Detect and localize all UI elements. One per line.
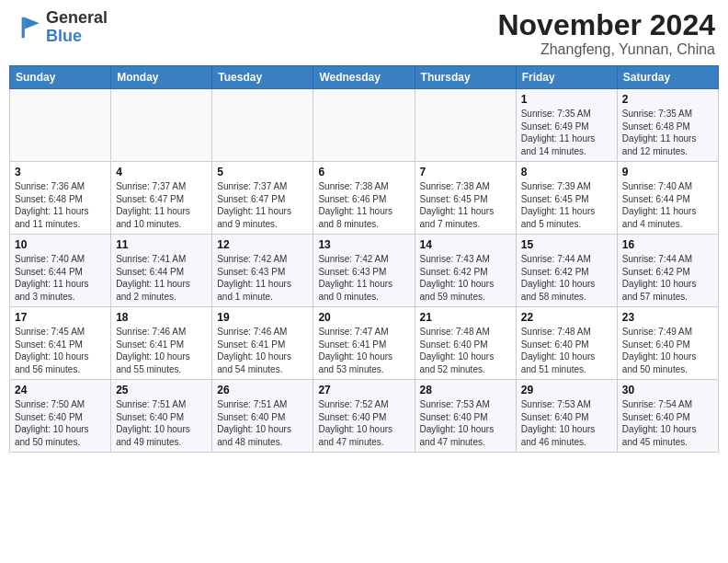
- calendar-week-row: 24Sunrise: 7:50 AM Sunset: 6:40 PM Dayli…: [10, 380, 719, 453]
- calendar-cell: 28Sunrise: 7:53 AM Sunset: 6:40 PM Dayli…: [415, 380, 516, 453]
- day-detail: Sunrise: 7:36 AM Sunset: 6:48 PM Dayligh…: [15, 180, 106, 230]
- logo-blue: Blue: [46, 28, 108, 46]
- day-header-tuesday: Tuesday: [212, 66, 313, 89]
- calendar-cell: 9Sunrise: 7:40 AM Sunset: 6:44 PM Daylig…: [617, 162, 718, 235]
- day-number: 19: [217, 311, 308, 324]
- day-detail: Sunrise: 7:48 AM Sunset: 6:40 PM Dayligh…: [420, 326, 511, 375]
- calendar-cell: 6Sunrise: 7:38 AM Sunset: 6:46 PM Daylig…: [313, 162, 415, 235]
- calendar-cell: 2Sunrise: 7:35 AM Sunset: 6:48 PM Daylig…: [617, 89, 718, 162]
- calendar-cell: 3Sunrise: 7:36 AM Sunset: 6:48 PM Daylig…: [10, 162, 111, 235]
- day-header-sunday: Sunday: [10, 66, 111, 89]
- svg-marker-0: [25, 17, 40, 29]
- day-detail: Sunrise: 7:53 AM Sunset: 6:40 PM Dayligh…: [521, 398, 612, 448]
- day-header-thursday: Thursday: [415, 66, 516, 89]
- day-detail: Sunrise: 7:49 AM Sunset: 6:40 PM Dayligh…: [622, 326, 713, 375]
- svg-rect-1: [22, 17, 25, 38]
- day-number: 16: [622, 238, 713, 251]
- day-number: 27: [318, 384, 409, 396]
- day-detail: Sunrise: 7:43 AM Sunset: 6:42 PM Dayligh…: [420, 253, 511, 303]
- calendar-cell: 14Sunrise: 7:43 AM Sunset: 6:42 PM Dayli…: [415, 235, 516, 307]
- day-detail: Sunrise: 7:51 AM Sunset: 6:40 PM Dayligh…: [217, 398, 308, 448]
- calendar-week-row: 1Sunrise: 7:35 AM Sunset: 6:49 PM Daylig…: [10, 89, 719, 162]
- day-detail: Sunrise: 7:39 AM Sunset: 6:45 PM Dayligh…: [521, 180, 612, 230]
- day-detail: Sunrise: 7:45 AM Sunset: 6:41 PM Dayligh…: [15, 326, 106, 375]
- day-number: 26: [217, 384, 308, 396]
- logo-general: General: [46, 9, 108, 28]
- calendar-cell: 4Sunrise: 7:37 AM Sunset: 6:47 PM Daylig…: [111, 162, 212, 235]
- day-number: 11: [116, 238, 207, 251]
- day-header-friday: Friday: [516, 66, 617, 89]
- calendar-cell: 30Sunrise: 7:54 AM Sunset: 6:40 PM Dayli…: [617, 380, 718, 453]
- calendar-cell: 12Sunrise: 7:42 AM Sunset: 6:43 PM Dayli…: [212, 235, 313, 307]
- day-number: 3: [15, 166, 106, 178]
- day-number: 13: [318, 238, 409, 251]
- calendar-cell: [212, 89, 313, 162]
- calendar-week-row: 17Sunrise: 7:45 AM Sunset: 6:41 PM Dayli…: [10, 307, 719, 380]
- month-title: November 2024: [497, 9, 715, 41]
- day-header-saturday: Saturday: [617, 66, 718, 89]
- day-number: 8: [521, 166, 612, 178]
- day-detail: Sunrise: 7:53 AM Sunset: 6:40 PM Dayligh…: [420, 398, 511, 448]
- day-number: 17: [15, 311, 106, 324]
- calendar-cell: [415, 89, 516, 162]
- day-detail: Sunrise: 7:46 AM Sunset: 6:41 PM Dayligh…: [217, 326, 308, 375]
- location: Zhangfeng, Yunnan, China: [497, 41, 715, 58]
- day-detail: Sunrise: 7:44 AM Sunset: 6:42 PM Dayligh…: [622, 253, 713, 303]
- day-number: 12: [217, 238, 308, 251]
- day-number: 10: [15, 238, 106, 251]
- calendar-cell: 8Sunrise: 7:39 AM Sunset: 6:45 PM Daylig…: [516, 162, 617, 235]
- day-detail: Sunrise: 7:51 AM Sunset: 6:40 PM Dayligh…: [116, 398, 207, 448]
- day-number: 25: [116, 384, 207, 396]
- calendar-cell: 1Sunrise: 7:35 AM Sunset: 6:49 PM Daylig…: [516, 89, 617, 162]
- day-detail: Sunrise: 7:38 AM Sunset: 6:45 PM Dayligh…: [420, 180, 511, 230]
- calendar-cell: 25Sunrise: 7:51 AM Sunset: 6:40 PM Dayli…: [111, 380, 212, 453]
- calendar-cell: 16Sunrise: 7:44 AM Sunset: 6:42 PM Dayli…: [617, 235, 718, 307]
- day-number: 7: [420, 166, 511, 178]
- day-number: 18: [116, 311, 207, 324]
- day-number: 28: [420, 384, 511, 396]
- day-detail: Sunrise: 7:52 AM Sunset: 6:40 PM Dayligh…: [318, 398, 409, 448]
- day-detail: Sunrise: 7:50 AM Sunset: 6:40 PM Dayligh…: [15, 398, 106, 448]
- calendar-cell: 19Sunrise: 7:46 AM Sunset: 6:41 PM Dayli…: [212, 307, 313, 380]
- day-detail: Sunrise: 7:46 AM Sunset: 6:41 PM Dayligh…: [116, 326, 207, 375]
- day-number: 20: [318, 311, 409, 324]
- calendar-cell: 26Sunrise: 7:51 AM Sunset: 6:40 PM Dayli…: [212, 380, 313, 453]
- calendar-table: SundayMondayTuesdayWednesdayThursdayFrid…: [9, 65, 719, 453]
- page-header: General Blue November 2024 Zhangfeng, Yu…: [9, 9, 719, 58]
- day-detail: Sunrise: 7:41 AM Sunset: 6:44 PM Dayligh…: [116, 253, 207, 303]
- day-detail: Sunrise: 7:48 AM Sunset: 6:40 PM Dayligh…: [521, 326, 612, 375]
- calendar-cell: 17Sunrise: 7:45 AM Sunset: 6:41 PM Dayli…: [10, 307, 111, 380]
- day-detail: Sunrise: 7:42 AM Sunset: 6:43 PM Dayligh…: [318, 253, 409, 303]
- day-detail: Sunrise: 7:38 AM Sunset: 6:46 PM Dayligh…: [318, 180, 409, 230]
- calendar-cell: 20Sunrise: 7:47 AM Sunset: 6:41 PM Dayli…: [313, 307, 415, 380]
- logo-icon: [13, 13, 42, 42]
- day-detail: Sunrise: 7:37 AM Sunset: 6:47 PM Dayligh…: [217, 180, 308, 230]
- day-header-monday: Monday: [111, 66, 212, 89]
- day-number: 6: [318, 166, 409, 178]
- calendar-cell: 29Sunrise: 7:53 AM Sunset: 6:40 PM Dayli…: [516, 380, 617, 453]
- calendar-cell: 24Sunrise: 7:50 AM Sunset: 6:40 PM Dayli…: [10, 380, 111, 453]
- day-detail: Sunrise: 7:37 AM Sunset: 6:47 PM Dayligh…: [116, 180, 207, 230]
- title-block: November 2024 Zhangfeng, Yunnan, China: [497, 9, 715, 58]
- day-detail: Sunrise: 7:42 AM Sunset: 6:43 PM Dayligh…: [217, 253, 308, 303]
- calendar-cell: 21Sunrise: 7:48 AM Sunset: 6:40 PM Dayli…: [415, 307, 516, 380]
- day-number: 15: [521, 238, 612, 251]
- day-number: 9: [622, 166, 713, 178]
- calendar-cell: 27Sunrise: 7:52 AM Sunset: 6:40 PM Dayli…: [313, 380, 415, 453]
- day-number: 21: [420, 311, 511, 324]
- calendar-cell: 5Sunrise: 7:37 AM Sunset: 6:47 PM Daylig…: [212, 162, 313, 235]
- day-number: 14: [420, 238, 511, 251]
- calendar-cell: [313, 89, 415, 162]
- calendar-cell: 15Sunrise: 7:44 AM Sunset: 6:42 PM Dayli…: [516, 235, 617, 307]
- day-detail: Sunrise: 7:35 AM Sunset: 6:49 PM Dayligh…: [521, 108, 612, 157]
- calendar-week-row: 3Sunrise: 7:36 AM Sunset: 6:48 PM Daylig…: [10, 162, 719, 235]
- day-number: 30: [622, 384, 713, 396]
- day-detail: Sunrise: 7:40 AM Sunset: 6:44 PM Dayligh…: [15, 253, 106, 303]
- calendar-header-row: SundayMondayTuesdayWednesdayThursdayFrid…: [10, 66, 719, 89]
- calendar-cell: 7Sunrise: 7:38 AM Sunset: 6:45 PM Daylig…: [415, 162, 516, 235]
- day-detail: Sunrise: 7:35 AM Sunset: 6:48 PM Dayligh…: [622, 108, 713, 157]
- day-detail: Sunrise: 7:44 AM Sunset: 6:42 PM Dayligh…: [521, 253, 612, 303]
- day-detail: Sunrise: 7:54 AM Sunset: 6:40 PM Dayligh…: [622, 398, 713, 448]
- calendar-cell: [10, 89, 111, 162]
- calendar-cell: 22Sunrise: 7:48 AM Sunset: 6:40 PM Dayli…: [516, 307, 617, 380]
